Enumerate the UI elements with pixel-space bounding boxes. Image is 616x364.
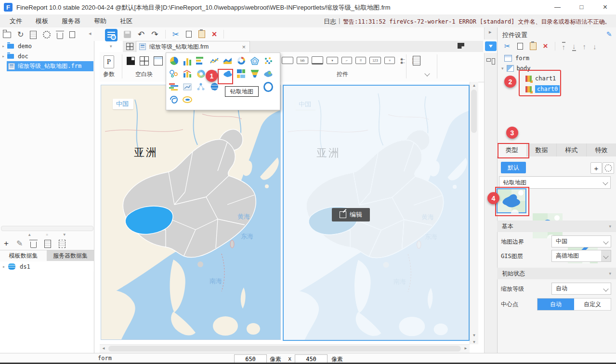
- splitter-handle-icon[interactable]: =: [46, 233, 48, 237]
- tab-server-datasets[interactable]: 服务器数据集: [47, 250, 94, 261]
- center-custom-option[interactable]: 自定义: [574, 299, 611, 310]
- canvas-vscrollbar[interactable]: ▲ ▼ ▼: [470, 82, 478, 344]
- save-icon[interactable]: [124, 31, 131, 38]
- canvas-hscrollbar[interactable]: ◄ ►: [100, 344, 470, 353]
- trash-icon[interactable]: [57, 33, 63, 39]
- widget-settings-dock[interactable]: [483, 39, 498, 53]
- funnel-chart-icon[interactable]: [250, 69, 260, 78]
- menu-community[interactable]: 社区: [113, 14, 139, 27]
- word-ring-chart-icon[interactable]: [263, 82, 273, 91]
- tab-style[interactable]: 样式: [557, 143, 587, 156]
- preview-dataset-icon[interactable]: [44, 240, 51, 248]
- number-icon[interactable]: 123: [369, 57, 381, 64]
- form-canvas[interactable]: 中国 亚洲 黄海 东海 南海 中国 亚洲 黄海 东海 南海 编辑: [100, 82, 470, 344]
- close-tab-icon[interactable]: ×: [242, 43, 246, 51]
- warning-message[interactable]: 警告:11:31:52 fireVcs-72-worker-1 ERROR [s…: [343, 18, 611, 26]
- milestone-chart-icon[interactable]: [183, 82, 192, 91]
- tab-effects[interactable]: 特效: [587, 143, 616, 156]
- settings-icon[interactable]: [43, 31, 51, 39]
- move-bottom-icon[interactable]: ↓: [572, 42, 576, 51]
- bubble-chart-icon[interactable]: [169, 69, 179, 78]
- gauge-chart-icon[interactable]: [236, 56, 246, 65]
- expand-icon[interactable]: ▸: [2, 264, 5, 269]
- spiral-chart-icon[interactable]: [169, 95, 179, 104]
- tab-template-datasets[interactable]: 模板数据集: [0, 250, 47, 261]
- close-button[interactable]: ×: [594, 0, 616, 14]
- cut-icon[interactable]: ✂: [172, 30, 179, 39]
- default-style-button[interactable]: 默认: [501, 162, 526, 173]
- move-down-icon[interactable]: ↓: [593, 42, 597, 51]
- menu-help[interactable]: 帮助: [87, 14, 113, 27]
- blank-block-icon[interactable]: [127, 57, 135, 65]
- panel-splitter[interactable]: ▲ = ▼: [0, 232, 94, 237]
- tree-item-doc[interactable]: ▸ doc: [0, 51, 93, 61]
- splitter-up-icon[interactable]: ▲: [27, 233, 31, 237]
- report-icon[interactable]: [30, 31, 37, 39]
- dataset-settings-icon[interactable]: [59, 240, 66, 248]
- minimize-button[interactable]: —: [547, 0, 568, 14]
- map-boundary-dropdown[interactable]: 中国: [551, 235, 611, 247]
- tree-open-icon[interactable]: ▾: [501, 66, 504, 71]
- expand-icon[interactable]: ▸: [2, 53, 5, 59]
- copy-icon[interactable]: [517, 43, 523, 50]
- template-theme-dropdown-icon[interactable]: ▾: [110, 44, 112, 49]
- copy-icon[interactable]: [186, 31, 192, 38]
- move-up-icon[interactable]: ↑: [583, 42, 587, 51]
- multi-pie-chart-icon[interactable]: [196, 69, 206, 78]
- point-chart-icon[interactable]: [263, 56, 273, 65]
- gis-layer-dropdown[interactable]: 高德地图: [551, 250, 611, 262]
- paste-icon[interactable]: [530, 42, 537, 50]
- section-initial-state[interactable]: 初始状态 ▾: [497, 268, 616, 279]
- tree-item-form[interactable]: form: [504, 55, 529, 62]
- line-chart-icon[interactable]: [210, 56, 219, 65]
- date-icon[interactable]: ⠿: [355, 57, 366, 64]
- tree-select-icon[interactable]: ⌐: [341, 57, 352, 64]
- style-settings-button[interactable]: [603, 162, 614, 174]
- delete-dataset-icon[interactable]: [30, 242, 37, 248]
- section-basic[interactable]: 基本 ▾: [497, 221, 616, 232]
- colored-map-chart-icon[interactable]: [263, 69, 273, 78]
- button-icon[interactable]: [312, 56, 323, 65]
- preview-icon[interactable]: [413, 56, 420, 65]
- dropdown-icon[interactable]: ▾: [327, 57, 338, 64]
- combo-chart-icon[interactable]: [183, 69, 192, 78]
- maximize-button[interactable]: □: [571, 0, 592, 14]
- structure-chart-icon[interactable]: [196, 82, 206, 91]
- map-chart1[interactable]: 中国 亚洲 黄海 东海 南海: [101, 85, 281, 340]
- log-link[interactable]: 日志: [324, 17, 336, 26]
- treemap-chart-icon[interactable]: [236, 69, 245, 78]
- dataset-item-ds1[interactable]: ▸ ds1: [0, 261, 94, 272]
- move-top-icon[interactable]: ↑: [562, 42, 566, 51]
- scroll-up-icon[interactable]: ▲: [470, 82, 478, 89]
- hscroll-thumb[interactable]: [108, 346, 461, 351]
- scroll-left-icon[interactable]: ◄: [102, 346, 105, 351]
- menu-file[interactable]: 文件: [3, 14, 29, 27]
- splitter-down-icon[interactable]: ▼: [63, 233, 66, 237]
- column-chart-icon[interactable]: [183, 56, 192, 65]
- expand-icon[interactable]: ▸: [2, 43, 5, 49]
- bar-chart-icon[interactable]: [196, 56, 206, 65]
- redo-icon[interactable]: ↷: [151, 30, 158, 39]
- edit-panel-pencil-icon[interactable]: ✎: [606, 30, 612, 38]
- tab-block-icon[interactable]: [154, 56, 163, 65]
- tree-item-current-file[interactable]: 缩放等级_钻取地图.frm: [7, 61, 93, 71]
- tree-item-demo[interactable]: ▸ demo: [0, 41, 93, 51]
- map-chart0[interactable]: 中国 亚洲 黄海 东海 南海 编辑: [283, 85, 470, 341]
- duplicate-icon[interactable]: [69, 31, 75, 38]
- edit-chart-button[interactable]: 编辑: [332, 208, 370, 221]
- tree-scrollbar[interactable]: [1, 226, 93, 231]
- undo-icon[interactable]: ↶: [138, 30, 144, 39]
- edit-dataset-icon[interactable]: ✎: [16, 240, 23, 247]
- delete-icon[interactable]: ×: [212, 30, 217, 39]
- scroll-right-icon[interactable]: ►: [464, 346, 468, 351]
- datum-chart-icon[interactable]: [183, 95, 192, 104]
- component-library-dock-icon[interactable]: [486, 58, 495, 65]
- zoom-level-dropdown[interactable]: 自动: [551, 283, 611, 295]
- center-auto-option[interactable]: 自动: [537, 299, 574, 310]
- refresh-icon[interactable]: ↻: [17, 31, 24, 39]
- collapse-section-icon[interactable]: ▾: [609, 271, 611, 276]
- gantt-chart-icon[interactable]: [169, 82, 179, 91]
- menu-server[interactable]: 服务器: [55, 14, 87, 27]
- label-icon[interactable]: lab: [297, 57, 308, 64]
- vscroll-thumb[interactable]: [471, 90, 477, 133]
